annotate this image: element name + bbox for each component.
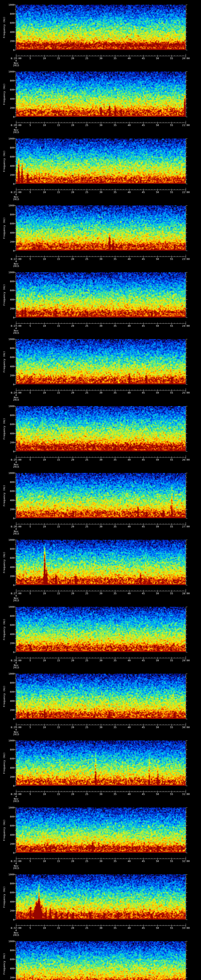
- spectrogram-plot-canvas: [0, 334, 201, 393]
- x-tick-label: 55: [167, 57, 176, 60]
- y-tick-label: 200: [6, 575, 14, 578]
- x-tick-label: 20: [68, 191, 77, 194]
- x-tick-label: 55: [167, 458, 176, 461]
- x-tick-label: 55: [167, 191, 176, 194]
- x-tick-label: 10: [40, 258, 49, 260]
- x-axis-end-time: 25:00: [177, 391, 195, 394]
- y-tick-label: 1000: [6, 70, 14, 73]
- y-tick-label: 800: [6, 347, 14, 350]
- y-tick-label: 800: [6, 414, 14, 417]
- x-tick-label: 15: [54, 793, 63, 795]
- x-tick-label: 35: [111, 793, 120, 795]
- x-tick-label: 20: [68, 592, 77, 595]
- x-tick-label: 40: [125, 191, 134, 194]
- x-tick-label: 5: [26, 659, 35, 662]
- spectrogram-panel: Frequency (Hz)10008006004002000510152025…: [0, 401, 201, 468]
- x-tick-label: 10: [40, 124, 49, 126]
- spectrogram-panel: Frequency (Hz)10008006004002000510152025…: [0, 334, 201, 401]
- x-tick-label: 55: [167, 726, 176, 729]
- y-axis-title: Frequency (Hz): [3, 73, 5, 116]
- x-tick-label: 15: [54, 726, 63, 729]
- y-tick-label: 800: [6, 213, 14, 216]
- y-tick-label: 0: [6, 517, 14, 520]
- x-tick-label: 5: [26, 191, 35, 194]
- y-tick-label: 0: [6, 317, 14, 319]
- x-tick-label: 15: [54, 191, 63, 194]
- x-axis-end-time: 29:00: [177, 659, 195, 662]
- y-tick-label: 200: [6, 642, 14, 644]
- y-tick-label: 200: [6, 508, 14, 511]
- x-tick-label: 55: [167, 258, 176, 260]
- x-tick-label: 15: [54, 458, 63, 461]
- x-tick-label: 20: [68, 325, 77, 327]
- x-tick-label: 30: [97, 860, 105, 862]
- y-tick-label: 600: [6, 958, 14, 961]
- x-tick-label: 20: [68, 391, 77, 394]
- x-tick-label: 5: [26, 57, 35, 60]
- y-tick-label: 600: [6, 88, 14, 91]
- y-tick-label: 800: [6, 80, 14, 82]
- y-tick-label: 600: [6, 757, 14, 760]
- y-tick-label: 600: [6, 557, 14, 559]
- spectrogram-panel: Frequency (Hz)10008006004002000510152025…: [0, 134, 201, 201]
- x-axis-date-line: 2015: [7, 265, 25, 267]
- x-tick-label: 20: [68, 124, 77, 126]
- y-tick-label: 600: [6, 423, 14, 425]
- y-tick-label: 800: [6, 949, 14, 951]
- x-tick-label: 40: [125, 391, 134, 394]
- y-tick-label: 400: [6, 499, 14, 501]
- x-tick-label: 10: [40, 191, 49, 194]
- y-tick-label: 0: [6, 116, 14, 118]
- x-axis-date-line: 2015: [7, 131, 25, 134]
- x-tick-label: 45: [139, 726, 148, 729]
- x-tick-label: 10: [40, 57, 49, 60]
- x-tick-label: 45: [139, 124, 148, 126]
- y-tick-label: 600: [6, 824, 14, 827]
- y-tick-label: 1000: [6, 271, 14, 274]
- y-axis-title: Frequency (Hz): [3, 340, 5, 383]
- x-tick-label: 25: [83, 191, 91, 194]
- y-tick-label: 0: [6, 651, 14, 654]
- x-tick-label: 50: [153, 391, 162, 394]
- spectrogram-plot-canvas: [0, 803, 201, 862]
- x-tick-label: 30: [97, 525, 105, 528]
- x-tick-label: 45: [139, 258, 148, 260]
- x-tick-label: 55: [167, 391, 176, 394]
- y-tick-label: 800: [6, 882, 14, 885]
- x-axis-end-time: 24:00: [177, 325, 195, 327]
- x-tick-label: 15: [54, 860, 63, 862]
- x-tick-label: 35: [111, 525, 120, 528]
- x-tick-label: 35: [111, 57, 120, 60]
- x-tick-label: 50: [153, 726, 162, 729]
- y-tick-label: 0: [6, 584, 14, 586]
- x-tick-label: 25: [83, 659, 91, 662]
- x-axis-date-line: 2015: [7, 867, 25, 869]
- y-tick-label: 0: [6, 250, 14, 252]
- x-tick-label: 5: [26, 793, 35, 795]
- y-tick-label: 200: [6, 40, 14, 42]
- x-axis-date-line: 2015: [7, 733, 25, 736]
- y-axis-title: Frequency (Hz): [3, 675, 5, 718]
- y-tick-label: 800: [6, 481, 14, 483]
- x-tick-label: 25: [83, 927, 91, 929]
- x-tick-label: 5: [26, 860, 35, 862]
- y-tick-label: 1000: [6, 472, 14, 474]
- x-tick-label: 10: [40, 659, 49, 662]
- x-tick-label: 40: [125, 525, 134, 528]
- spectrogram-plot-canvas: [0, 134, 201, 192]
- x-tick-label: 50: [153, 191, 162, 194]
- x-tick-label: 40: [125, 592, 134, 595]
- y-tick-label: 0: [6, 383, 14, 386]
- x-tick-label: 45: [139, 860, 148, 862]
- y-tick-label: 600: [6, 22, 14, 24]
- x-tick-label: 40: [125, 860, 134, 862]
- x-tick-label: 15: [54, 592, 63, 595]
- x-tick-label: 35: [111, 258, 120, 260]
- y-tick-label: 600: [6, 222, 14, 225]
- y-tick-label: 600: [6, 690, 14, 693]
- x-tick-label: 50: [153, 793, 162, 795]
- x-tick-label: 20: [68, 458, 77, 461]
- y-tick-label: 200: [6, 307, 14, 310]
- x-tick-label: 5: [26, 525, 35, 528]
- x-tick-label: 50: [153, 258, 162, 260]
